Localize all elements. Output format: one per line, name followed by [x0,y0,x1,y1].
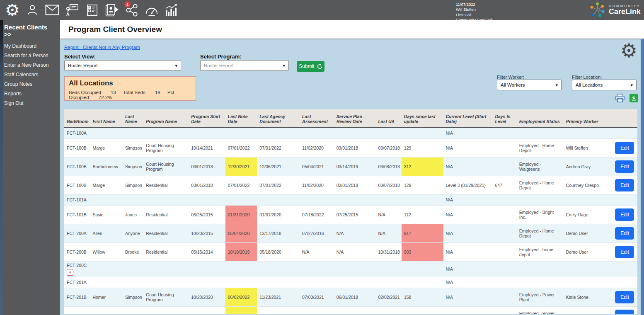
sidebar-item-sign-out[interactable]: Sign Out [0,99,60,108]
mail-icon[interactable] [44,1,61,19]
table-row: FCT-101AN/A [64,194,637,205]
sidebar-item-staff-calendars[interactable]: Staff Calendars [0,70,60,80]
cell-note [225,128,257,138]
cell-edit [613,261,637,277]
cell-agency [257,261,300,277]
edit-button[interactable]: Edit [615,179,634,191]
cell-worker [564,261,613,277]
select-program-label: Select Program: [200,53,242,60]
cell-employment: Employed - Home Depot [517,176,564,194]
edit-button[interactable]: Edit [615,291,634,303]
cell-ua [375,128,401,138]
cell-last [123,277,143,288]
filter-worker-dropdown[interactable]: All Workers ▾ [497,80,562,90]
print-icon[interactable] [615,94,625,104]
cell-days [402,277,443,288]
cell-assessment [300,306,334,314]
cell-last: Simpson [123,138,143,157]
gear-icon[interactable]: ⚙ [4,1,21,19]
bed-room-label: FCT-200A [67,231,87,236]
add-client-button[interactable]: + [67,269,73,276]
column-header: Program Name [143,109,189,128]
bar-chart-icon[interactable] [163,1,180,19]
cell-level: N/A [443,157,493,176]
cell-employment [517,128,564,138]
referral-icon[interactable] [104,1,120,19]
cell-days: 112 [402,205,443,224]
sidebar-item-group-notes[interactable]: Group Notes [0,80,60,89]
filter-location-dropdown[interactable]: All Locations ▾ [572,80,637,90]
table-body: FCT-100AN/AFCT-100BMargeSimpsonCourt Hou… [64,128,637,314]
edit-button[interactable]: Edit [615,208,634,221]
edit-button[interactable]: Edit [615,142,634,154]
cell-note [225,194,257,205]
cell-agency: 12/06/2021 [257,157,300,176]
edit-button[interactable]: Edit [615,227,634,240]
cell-program: Court Housing Program [143,138,189,157]
cell-review [334,194,376,205]
select-view-dropdown[interactable]: Roster Report ▾ [64,60,181,71]
sidebar-item-search-for-a-person[interactable]: Search for a Person [0,51,60,61]
column-header: Bed/Room [64,109,90,128]
select-program-dropdown[interactable]: Roster Report ▾ [200,60,289,71]
submit-button[interactable]: Submit [297,61,324,72]
sidebar-header-recent-clients[interactable]: Recent Clients >> [0,22,60,41]
roster-table-wrap: Bed/RoomFirst NameLast NameProgram NameP… [64,109,637,314]
table-row: FCT-200C+N/A [64,261,637,277]
cell-review [334,261,376,277]
sidebar-item-my-dashboard[interactable]: My Dashboard [0,41,60,51]
share-network-icon[interactable]: 1 [123,1,140,19]
speedometer-icon[interactable] [143,1,160,19]
cell-review: 03/01/2018 [334,138,376,157]
table-row: FCT-201BHomerSimpsonCourt Housing Progra… [64,288,637,306]
export-download-icon[interactable] [629,94,638,102]
cell-bed: FCT-200A [64,224,90,242]
cell-days-in [492,157,516,176]
cell-days [402,194,443,205]
column-header: Employment Status [517,109,564,128]
edit-button[interactable]: Edit [615,246,634,258]
cell-assessment [300,277,334,288]
beds-occupied-value: 13 [111,90,116,95]
cell-review: N/A [334,242,376,261]
cell-review: 03/14/2019 [334,157,376,176]
table-row: FCT-100BBartholomewSimpsonCourt Housing … [64,157,637,176]
cell-program: Court Housing Program [143,288,189,306]
cell-worker [564,194,613,205]
cell-employment: Employed - Power Plant [517,288,564,306]
cell-first [90,277,123,288]
select-view-label: Select View: [64,53,96,60]
cell-level: N/A [443,224,493,242]
presentation-icon[interactable] [64,1,80,19]
edit-button[interactable]: Edit [615,310,634,315]
cell-start [189,194,225,205]
carelink-logo: COMMUNITY CareLink [589,1,641,18]
column-header: Program Start Date [189,109,225,128]
sidebar-item-reports[interactable]: Reports [0,89,60,99]
vertical-scrollbar[interactable] [641,39,644,315]
checklist-icon[interactable] [84,1,100,19]
column-header: Days In Level [492,109,516,128]
filter-worker-label: Filter Worker: [497,75,524,80]
settings-gear-icon[interactable]: ⚙ [620,40,637,61]
user-icon[interactable] [24,1,41,19]
cell-first [90,128,123,138]
cell-review [334,277,376,288]
cell-first [90,261,123,277]
cell-agency [257,194,300,205]
sidebar-item-enter-a-new-person[interactable]: Enter a New Person [0,61,60,70]
cell-agency: 12/17/2018 [257,224,300,242]
cell-level: N/A [443,288,493,306]
report-clients-not-in-program-link[interactable]: Report - Clients Not in Any Program [64,45,140,50]
cell-agency [257,277,300,288]
session-user: Will Steffen [456,7,493,12]
cell-review: 06/01/2018 [334,288,376,306]
edit-button[interactable]: Edit [615,160,634,173]
refresh-icon [317,64,322,69]
logo-carelink-text: CareLink [609,8,641,15]
cell-worker: Demo User [564,224,613,242]
bed-room-label: FCT-201A [67,280,87,285]
cell-note: 05/04/2020 [225,224,257,242]
cell-edit: Edit [613,205,637,224]
cell-note [225,261,257,277]
